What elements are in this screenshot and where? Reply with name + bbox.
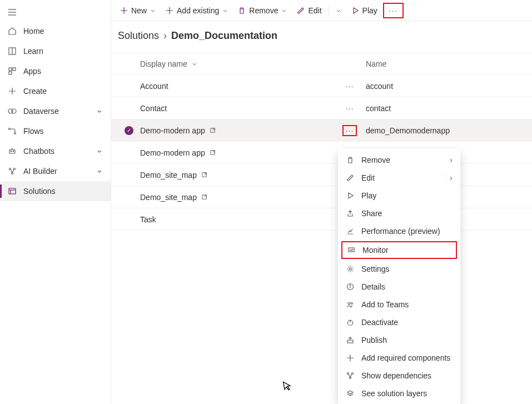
play-icon <box>351 7 359 14</box>
table-row[interactable]: Demo-modern app <box>111 142 532 164</box>
teams-icon <box>346 301 355 308</box>
chart-icon <box>346 227 355 235</box>
edit-button[interactable]: Edit <box>292 4 326 17</box>
row-name: demo_Demomodernapp <box>366 126 450 135</box>
sidebar-item-label: Create <box>23 87 47 96</box>
chevron-down-icon <box>96 148 103 154</box>
ctx-add-to-teams[interactable]: Add to Teams <box>338 296 460 313</box>
sidebar-item-label: Dataverse <box>23 107 59 116</box>
svg-rect-2 <box>9 68 12 71</box>
sidebar-item-ai-builder[interactable]: AI Builder <box>0 161 111 181</box>
ai-builder-icon <box>8 167 17 176</box>
column-header-display[interactable]: Display name <box>140 59 340 68</box>
svg-rect-4 <box>9 72 12 74</box>
dataverse-icon <box>8 107 17 116</box>
solutions-icon <box>8 187 17 196</box>
svg-point-10 <box>11 151 12 152</box>
ctx-deactivate[interactable]: Deactivate <box>338 313 460 331</box>
publish-icon <box>346 336 355 344</box>
chevron-down-icon <box>192 61 197 67</box>
chevron-down-icon <box>96 168 103 174</box>
breadcrumb-current: Demo_Documentation <box>171 30 277 42</box>
monitor-icon <box>347 246 356 254</box>
chevron-down-icon <box>150 8 156 13</box>
chevron-down-icon <box>222 8 228 13</box>
table-row[interactable]: Demo_site_map <box>111 164 532 186</box>
remove-button[interactable]: Remove <box>233 4 291 17</box>
hamburger-button[interactable] <box>0 3 111 21</box>
row-display: Task <box>140 215 156 224</box>
trash-icon <box>238 7 246 14</box>
apps-icon <box>8 67 17 76</box>
table-row[interactable]: Account ··· account <box>111 75 532 97</box>
column-header-name[interactable]: Name <box>359 59 532 68</box>
svg-rect-32 <box>347 340 353 343</box>
trash-icon <box>346 156 355 164</box>
toolbar-label: Play <box>362 6 377 15</box>
toolbar-label: Edit <box>308 6 321 15</box>
ctx-add-required[interactable]: Add required components <box>338 349 460 367</box>
dependencies-icon <box>346 372 355 380</box>
open-new-icon[interactable] <box>201 172 207 178</box>
main-content: New Add existing Remove Edit <box>111 0 532 404</box>
ctx-see-solution-layers[interactable]: See solution layers <box>338 385 460 402</box>
selected-check-icon: ✓ <box>125 126 133 135</box>
sidebar-item-apps[interactable]: Apps <box>0 61 111 81</box>
sidebar-item-learn[interactable]: Learn <box>0 41 111 61</box>
solution-table: Display name Name Account ··· account Co… <box>111 53 532 231</box>
sidebar-item-dataverse[interactable]: Dataverse <box>0 101 111 121</box>
svg-point-11 <box>13 151 14 152</box>
breadcrumb: Solutions › Demo_Documentation <box>111 21 532 53</box>
open-new-icon[interactable] <box>210 149 216 156</box>
ctx-remove[interactable]: Remove › <box>338 151 460 169</box>
toolbar: New Add existing Remove Edit <box>111 0 532 21</box>
chevron-right-icon: › <box>163 30 167 42</box>
ctx-monitor[interactable]: Monitor <box>342 242 456 258</box>
play-button[interactable]: Play <box>347 4 382 17</box>
row-display: Account <box>140 82 168 91</box>
new-button[interactable]: New <box>116 4 160 17</box>
highlight-annotation: ··· <box>383 3 404 18</box>
sidebar-item-home[interactable]: Home <box>0 21 111 41</box>
ctx-settings[interactable]: Settings <box>338 260 460 278</box>
breadcrumb-root[interactable]: Solutions <box>118 30 159 42</box>
table-row[interactable]: Demo_site_map <box>111 186 532 208</box>
edit-dropdown[interactable] <box>331 6 346 16</box>
ctx-publish[interactable]: Publish <box>338 331 460 349</box>
table-row[interactable]: ✓ Demo-modern app ··· demo_Demomodernapp <box>111 119 532 142</box>
ctx-edit[interactable]: Edit › <box>338 169 460 187</box>
toolbar-split <box>329 5 329 16</box>
share-icon <box>346 210 355 217</box>
ctx-performance[interactable]: Performance (preview) <box>338 222 460 240</box>
highlight-annotation: Monitor <box>341 241 457 259</box>
pencil-icon <box>346 174 355 182</box>
context-menu: Remove › Edit › Play Share Performance (… <box>338 149 460 404</box>
home-icon <box>8 27 17 36</box>
sidebar-item-create[interactable]: Create <box>0 81 111 101</box>
ctx-play[interactable]: Play <box>338 187 460 205</box>
svg-point-29 <box>351 303 353 305</box>
row-display: Demo-modern app <box>140 148 205 157</box>
more-commands-button[interactable]: ··· <box>386 5 401 16</box>
row-name: contact <box>366 104 391 113</box>
ctx-show-dependencies[interactable]: Show dependencies <box>338 367 460 385</box>
ctx-share[interactable]: Share <box>338 205 460 222</box>
sidebar-item-solutions[interactable]: Solutions <box>0 181 111 201</box>
row-more-button[interactable]: ··· <box>346 104 354 113</box>
add-existing-button[interactable]: Add existing <box>161 4 232 17</box>
sidebar-item-label: Apps <box>23 67 41 76</box>
sidebar-item-label: Learn <box>23 47 43 56</box>
open-new-icon[interactable] <box>201 194 207 200</box>
chevron-down-icon <box>96 108 103 114</box>
table-row[interactable]: Contact ··· contact <box>111 97 532 119</box>
sidebar-item-chatbots[interactable]: Chatbots <box>0 141 111 161</box>
row-more-button[interactable]: ··· <box>342 125 357 136</box>
svg-rect-3 <box>13 68 16 71</box>
table-row[interactable]: Task <box>111 208 532 231</box>
plus-icon <box>346 354 355 362</box>
split-chevron-icon: › <box>446 173 453 182</box>
open-new-icon[interactable] <box>210 127 216 133</box>
row-more-button[interactable]: ··· <box>346 82 354 91</box>
sidebar-item-flows[interactable]: Flows <box>0 121 111 141</box>
ctx-details[interactable]: Details <box>338 278 460 296</box>
